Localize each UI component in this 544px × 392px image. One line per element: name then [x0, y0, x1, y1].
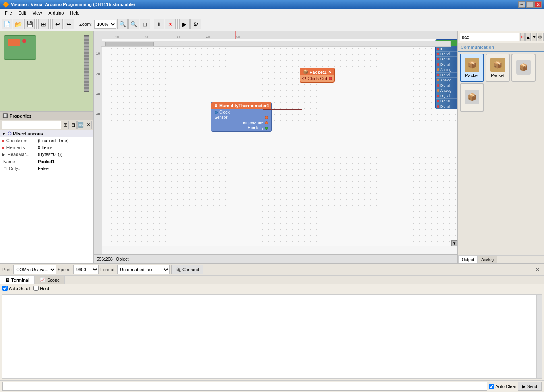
zoom-out-button[interactable]: 🔍	[128, 19, 139, 29]
humidity-component[interactable]: 🌡 HumidityThermometer1 Clock Sensor	[211, 102, 272, 132]
humidity-port-humidity: Humidity	[213, 125, 270, 131]
auto-scroll-checkbox[interactable]	[2, 286, 8, 291]
arduino-port-a2: Analog	[436, 78, 457, 83]
hold-label[interactable]: Hold	[33, 286, 49, 291]
ruler-mark-40: 40	[205, 35, 210, 39]
port-select[interactable]: COM5 (Unava...	[13, 265, 56, 274]
right-search-input[interactable]	[460, 33, 519, 41]
auto-clear-checkbox[interactable]	[489, 384, 494, 389]
props-collapse-button[interactable]: ⊟	[70, 121, 77, 129]
menu-edit[interactable]: Edit	[15, 10, 29, 16]
tree-key-only: ◻ Only...	[0, 165, 36, 172]
search-up-button[interactable]: ▲	[525, 33, 531, 41]
packet-label: Packet1	[310, 70, 327, 75]
packet-clock-icon: ⏱	[302, 76, 306, 81]
connect-button[interactable]: 🔌 Connect	[171, 265, 203, 274]
close-panel-button[interactable]: ✕	[534, 265, 542, 274]
tree-group-misc: ▼ ⬡ Miscellaneous	[0, 130, 93, 137]
tree-row-only[interactable]: ◻ Only... False	[0, 165, 93, 172]
subtab-output[interactable]: Output	[458, 256, 478, 263]
send-button[interactable]: ▶ Send	[518, 382, 542, 391]
arduino-port-d3: Digital	[436, 62, 457, 67]
search-down-button[interactable]: ▼	[532, 33, 537, 41]
zoom-in-button[interactable]: 🔍	[117, 19, 128, 29]
tree-row-name[interactable]: Name Packet1	[0, 158, 93, 165]
upload-button[interactable]: ⬆	[154, 19, 164, 29]
terminal-scrollbar[interactable]	[536, 295, 542, 378]
tree-row-elements[interactable]: ■ Elements 0 Items	[0, 144, 93, 151]
auto-clear-label[interactable]: Auto Clear	[489, 384, 516, 389]
ruler-mark-50: 50	[235, 35, 240, 39]
comp-card-packet[interactable]: 📦 Packet	[460, 54, 484, 82]
settings-button[interactable]: ⚙	[190, 19, 201, 29]
comp-icon-packet2: 📦	[490, 58, 505, 72]
toolbar-separator-1	[36, 19, 37, 29]
arduino-port-in: In	[436, 46, 457, 52]
comp-card-packet2[interactable]: 📦 Packet	[486, 54, 510, 82]
format-select[interactable]: Unformatted Text	[117, 265, 170, 274]
window-title: Visuino - Visual Arduino Programming (DH…	[11, 2, 135, 7]
menu-arduino[interactable]: Arduino	[45, 10, 67, 16]
run-button[interactable]: ▶	[179, 19, 190, 29]
stop-button[interactable]: ✕	[165, 19, 176, 29]
tab-terminal[interactable]: 🖥 Terminal	[0, 276, 35, 284]
comp-label-packet2: Packet	[491, 73, 505, 78]
category-header: Communication	[458, 43, 544, 52]
clock-port-label: Clock	[219, 110, 230, 114]
comp-card-output[interactable]: 📦	[511, 54, 536, 82]
toolbar-separator-5	[177, 19, 178, 29]
d3-dot	[437, 63, 439, 66]
tree-row-headmar[interactable]: ▶ HeadMar... (Bytes=0: ())	[0, 151, 93, 158]
tab-scope[interactable]: 📈 Scope	[35, 276, 65, 284]
tree-row-checksum[interactable]: ■ Checksum (Enabled=True)	[0, 137, 93, 144]
undo-button[interactable]: ↩	[52, 19, 63, 29]
d6-dot	[437, 95, 439, 97]
props-search-input[interactable]	[2, 121, 61, 129]
menu-view[interactable]: View	[29, 10, 46, 16]
ruler-mark-v30: 30	[96, 92, 100, 96]
props-expand-button[interactable]: ⊞	[62, 121, 69, 129]
packet-close-icon[interactable]: ✕	[328, 69, 331, 75]
redo-button[interactable]: ↪	[64, 19, 74, 29]
d1-dot	[437, 53, 439, 55]
tree-group-expander[interactable]: ▼	[2, 131, 6, 136]
humidity-icon: 🌡	[214, 103, 218, 108]
auto-scroll-label[interactable]: Auto Scroll	[2, 286, 30, 291]
speed-select[interactable]: 9600 115200	[73, 265, 99, 274]
zoom-fit-button[interactable]: ⊡	[140, 19, 150, 29]
new-button[interactable]: 📄	[2, 19, 12, 29]
arduino-port-d8: Digital	[436, 104, 457, 109]
minimize-button[interactable]: ─	[518, 1, 525, 8]
arduino-port-d4: Digital	[436, 73, 457, 78]
grid-toggle[interactable]: ⊞	[38, 19, 49, 29]
open-button[interactable]: 📂	[13, 19, 23, 29]
search-options-button[interactable]: ⚙	[538, 33, 542, 41]
terminal-options: Auto Scroll Hold	[0, 284, 544, 292]
humidity-port-clock: Clock	[213, 110, 270, 115]
menu-file[interactable]: File	[2, 10, 15, 16]
zoom-select[interactable]: 100% 50% 75% 125% 150% 200%	[94, 20, 116, 29]
props-filter-button[interactable]: ✕	[85, 121, 92, 129]
scrollbar-track-h[interactable]	[101, 41, 451, 47]
close-button[interactable]: ✕	[534, 1, 542, 8]
subtab-analog[interactable]: Analog	[478, 256, 497, 263]
ruler-mark-30: 30	[175, 35, 180, 39]
maximize-button[interactable]: □	[526, 1, 534, 8]
humidity-port-sensor: Sensor	[213, 115, 270, 120]
arduino-panel[interactable]: Ardu... In Digital Digital Digital	[435, 39, 457, 109]
props-sort-button[interactable]: 🔤	[77, 121, 84, 129]
canvas-area[interactable]: 📦 Packet1 ✕ ⏱ Clock Out	[102, 39, 457, 246]
save-button[interactable]: 💾	[24, 19, 35, 29]
hold-checkbox[interactable]	[33, 286, 39, 291]
menu-help[interactable]: Help	[67, 10, 83, 16]
arduino-port-d7: Digital	[436, 99, 457, 104]
clock-port-dot	[215, 111, 218, 114]
packet-component[interactable]: 📦 Packet1 ✕ ⏱ Clock Out	[300, 68, 335, 83]
terminal-input[interactable]	[2, 382, 487, 391]
search-clear-button[interactable]: ✕	[520, 33, 525, 41]
scrollbar-thumb-h[interactable]	[105, 42, 154, 46]
canvas-wrapper[interactable]: 10 20 30 40 50 10 20 30 40	[94, 31, 457, 254]
comp-card-analog[interactable]: 📦	[460, 83, 484, 112]
tree-group-label: Miscellaneous	[13, 131, 43, 136]
scroll-corner[interactable]: ▼	[451, 240, 457, 246]
